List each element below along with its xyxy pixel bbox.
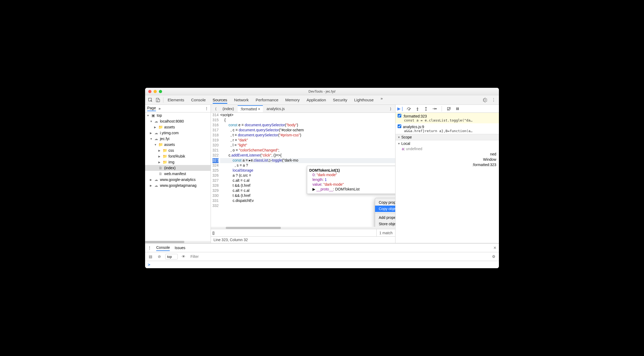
more-nav-icon[interactable]: » [159, 106, 161, 111]
console-filter-input[interactable] [189, 254, 488, 259]
find-count: 1 match [376, 229, 395, 236]
tree-node[interactable]: font/Rubik [168, 154, 185, 158]
live-expression-icon[interactable]: 👁 [180, 253, 187, 260]
devtools-window: DevTools - jec.fyi/ Elements Console Sou… [145, 88, 499, 268]
console-toolbar: ▤ ⊘ top 👁 ⚙ [145, 252, 499, 261]
debugger-controls: ▶❘ [395, 105, 499, 113]
context-menu: Copy property path Copy object Add prope… [375, 198, 395, 227]
scope-ref: :formatted:323 [395, 162, 499, 167]
inspect-icon[interactable] [147, 97, 154, 103]
drawer-kebab-icon[interactable]: ⋮ [148, 246, 151, 250]
step-out-icon[interactable] [424, 106, 428, 111]
tree-node[interactable]: www.google-analytics [160, 177, 196, 182]
page-tab[interactable]: Page [147, 106, 156, 111]
scope-content: ▼Local a: undefined ned Window :formatte… [395, 140, 499, 168]
bp-checkbox[interactable] [398, 114, 401, 118]
tab-network[interactable]: Network [234, 96, 249, 104]
clear-console-icon[interactable]: ⊘ [156, 253, 163, 260]
editor-panel: ⟨ (index) :formatted× analytics.js ⟩ 314… [211, 105, 395, 243]
ctx-separator [375, 213, 395, 213]
svg-rect-8 [458, 107, 459, 110]
tree-node[interactable]: jec.fyi [160, 137, 169, 141]
tab-security[interactable]: Security [333, 96, 347, 104]
code-editor[interactable]: 3143153163173183193203213223233243253263… [211, 113, 395, 227]
object-hover-popup: DOMTokenList(1) 0: "dark-mode" length: 1… [307, 166, 395, 194]
settings-icon[interactable] [481, 97, 488, 103]
svg-point-6 [436, 108, 437, 109]
tab-performance[interactable]: Performance [256, 96, 279, 104]
svg-rect-7 [456, 107, 457, 110]
console-prompt[interactable]: > [145, 261, 499, 268]
bp-checkbox[interactable] [398, 124, 401, 128]
scope-header[interactable]: ▼Scope [395, 134, 499, 140]
main-toolbar: Elements Console Sources Network Perform… [145, 95, 499, 105]
navigator-head: Page » ⋮ [145, 105, 211, 112]
file-tabbar: ⟨ (index) :formatted× analytics.js ⟩ [211, 105, 395, 113]
tree-scrollbar[interactable] [145, 241, 211, 243]
ctx-copy-object[interactable]: Copy object [375, 206, 395, 212]
main-area: Page » ⋮ ▼▣top ▼☁localhost:8080 ▶📁assets… [145, 105, 499, 243]
step-into-icon[interactable] [415, 106, 420, 111]
tree-node[interactable]: css [168, 148, 174, 153]
separator [442, 106, 442, 111]
drawer-tab-issues[interactable]: Issues [175, 245, 185, 251]
svg-point-3 [409, 109, 410, 110]
separator [163, 97, 163, 103]
find-input[interactable] [211, 230, 376, 235]
step-over-icon[interactable] [407, 106, 411, 111]
tree-node-selected[interactable]: (index) [164, 166, 176, 170]
step-icon[interactable] [432, 106, 437, 111]
tab-console[interactable]: Console [191, 96, 206, 104]
nav-kebab-icon[interactable]: ⋮ [205, 106, 208, 111]
file-tab-analytics[interactable]: analytics.js [264, 106, 287, 112]
device-toggle-icon[interactable] [155, 97, 161, 103]
scope-var[interactable]: a: undefined [395, 146, 499, 151]
console-settings-icon[interactable]: ⚙ [490, 253, 497, 260]
status-bar: Line 323, Column 32 [211, 236, 395, 243]
nav-back-icon[interactable]: ⟨ [212, 106, 219, 112]
sidebar-toggle-icon[interactable]: ▤ [147, 253, 154, 260]
svg-point-4 [417, 110, 418, 110]
tree-node[interactable]: web.manifest [164, 172, 186, 176]
line-gutter[interactable]: 3143153163173183193203213223233243253263… [211, 113, 220, 227]
drawer-close-icon[interactable]: × [493, 245, 496, 251]
scope-local[interactable]: ▼Local [395, 141, 499, 146]
debugger-panel: ▶❘ :formatted:323 const a = e.classList.… [395, 105, 499, 243]
breakpoint-item[interactable]: analytics.js:9 a&&a.href}return a},B=fun… [395, 123, 499, 134]
pause-exceptions-icon[interactable] [455, 106, 460, 111]
tab-elements[interactable]: Elements [168, 96, 184, 104]
file-tree[interactable]: ▼▣top ▼☁localhost:8080 ▶📁assets ▶☁i.ytim… [145, 112, 211, 241]
ctx-store-global[interactable]: Store object as global variable [375, 221, 395, 227]
file-tab-index[interactable]: (index) [220, 106, 237, 112]
tree-node[interactable]: localhost:8080 [160, 119, 184, 123]
tree-node[interactable]: www.googletagmanag [160, 183, 197, 188]
close-tab-icon[interactable]: × [258, 107, 260, 111]
ctx-add-watch[interactable]: Add property path to watch [375, 214, 395, 221]
file-tab-formatted[interactable]: :formatted× [238, 105, 263, 112]
tab-lighthouse[interactable]: Lighthouse [354, 96, 373, 104]
ctx-copy-path[interactable]: Copy property path [375, 199, 395, 206]
tab-sources[interactable]: Sources [213, 96, 227, 104]
deactivate-bp-icon[interactable] [447, 106, 451, 111]
tree-top[interactable]: top [157, 113, 162, 118]
kebab-menu-icon[interactable]: ⋮ [490, 97, 497, 103]
breakpoint-item[interactable]: :formatted:323 const a = e.classList.tog… [395, 113, 499, 123]
hover-title: DOMTokenList(1) [309, 168, 395, 172]
tree-node[interactable]: img [168, 160, 175, 164]
find-bar: 1 match [211, 229, 395, 236]
resume-icon[interactable]: ▶❘ [398, 106, 403, 111]
breakpoints-list: :formatted:323 const a = e.classList.tog… [395, 113, 499, 134]
tree-node[interactable]: assets [164, 142, 175, 147]
drawer-tab-console[interactable]: Console [156, 245, 170, 251]
tree-node[interactable]: assets [164, 125, 175, 129]
titlebar: DevTools - jec.fyi/ [145, 88, 499, 95]
navigator-panel: Page » ⋮ ▼▣top ▼☁localhost:8080 ▶📁assets… [145, 105, 211, 243]
code-scrollbar[interactable] [211, 227, 395, 229]
tab-memory[interactable]: Memory [285, 96, 300, 104]
tree-node[interactable]: i.ytimg.com [160, 131, 179, 135]
more-tabs-icon[interactable]: » [381, 96, 383, 104]
svg-point-5 [426, 110, 427, 110]
context-select[interactable]: top [165, 254, 178, 259]
nav-fwd-icon[interactable]: ⟩ [387, 106, 394, 112]
tab-application[interactable]: Application [307, 96, 326, 104]
